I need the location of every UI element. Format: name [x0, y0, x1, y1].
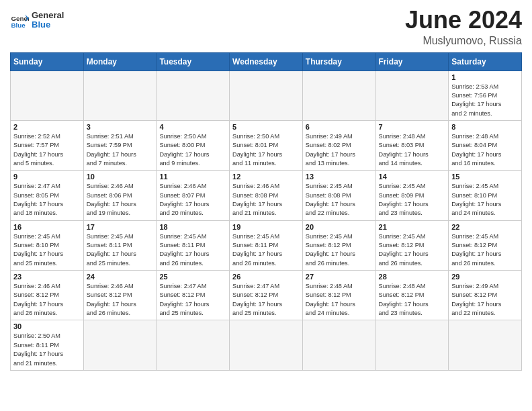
calendar-cell: 28Sunrise: 2:48 AM Sunset: 8:12 PM Dayli… [375, 271, 449, 320]
day-info: Sunrise: 2:48 AM Sunset: 8:12 PM Dayligh… [306, 282, 373, 318]
day-number: 25 [159, 273, 226, 281]
day-info: Sunrise: 2:45 AM Sunset: 8:09 PM Dayligh… [379, 182, 446, 218]
title-block: June 2024 Muslyumovo, Russia [405, 7, 522, 47]
day-info: Sunrise: 2:45 AM Sunset: 8:11 PM Dayligh… [232, 232, 300, 268]
weekday-header-friday: Friday [375, 52, 449, 71]
day-info: Sunrise: 2:50 AM Sunset: 8:11 PM Dayligh… [13, 332, 81, 367]
calendar-cell [449, 320, 522, 370]
calendar-cell: 7Sunrise: 2:48 AM Sunset: 8:03 PM Daylig… [375, 120, 449, 170]
day-number: 29 [451, 273, 519, 281]
calendar-cell [157, 320, 230, 370]
weekday-header-sunday: Sunday [11, 52, 84, 71]
calendar-cell: 29Sunrise: 2:49 AM Sunset: 8:12 PM Dayli… [449, 271, 522, 320]
day-info: Sunrise: 2:51 AM Sunset: 7:59 PM Dayligh… [87, 132, 154, 168]
calendar-cell: 1Sunrise: 2:53 AM Sunset: 7:56 PM Daylig… [449, 71, 522, 120]
day-info: Sunrise: 2:45 AM Sunset: 8:12 PM Dayligh… [379, 232, 446, 268]
calendar-cell: 30Sunrise: 2:50 AM Sunset: 8:11 PM Dayli… [11, 320, 84, 370]
day-number: 3 [87, 123, 154, 131]
day-number: 27 [306, 273, 373, 281]
day-info: Sunrise: 2:46 AM Sunset: 8:12 PM Dayligh… [87, 282, 154, 318]
calendar-cell: 20Sunrise: 2:45 AM Sunset: 8:12 PM Dayli… [302, 220, 375, 270]
calendar-cell [230, 320, 303, 370]
logo: General Blue General Blue [10, 11, 64, 30]
day-number: 7 [379, 123, 446, 131]
calendar-cell: 12Sunrise: 2:46 AM Sunset: 8:08 PM Dayli… [230, 171, 303, 220]
day-number: 20 [306, 223, 373, 231]
calendar-cell [11, 71, 84, 120]
day-number: 26 [232, 273, 300, 281]
day-info: Sunrise: 2:48 AM Sunset: 8:12 PM Dayligh… [379, 282, 446, 318]
calendar-cell: 8Sunrise: 2:48 AM Sunset: 8:04 PM Daylig… [449, 120, 522, 170]
day-info: Sunrise: 2:45 AM Sunset: 8:10 PM Dayligh… [451, 182, 519, 218]
calendar-cell [302, 71, 375, 120]
calendar-cell: 2Sunrise: 2:52 AM Sunset: 7:57 PM Daylig… [11, 120, 84, 170]
calendar-cell: 22Sunrise: 2:45 AM Sunset: 8:12 PM Dayli… [449, 220, 522, 270]
day-info: Sunrise: 2:46 AM Sunset: 8:07 PM Dayligh… [159, 182, 226, 218]
day-info: Sunrise: 2:45 AM Sunset: 8:11 PM Dayligh… [87, 232, 154, 268]
day-number: 14 [379, 173, 446, 181]
day-info: Sunrise: 2:47 AM Sunset: 8:12 PM Dayligh… [232, 282, 300, 318]
day-info: Sunrise: 2:45 AM Sunset: 8:10 PM Dayligh… [13, 232, 81, 268]
day-info: Sunrise: 2:47 AM Sunset: 8:05 PM Dayligh… [13, 182, 81, 218]
day-number: 22 [451, 223, 519, 231]
day-number: 23 [13, 273, 81, 281]
page-header: General Blue General Blue June 2024 Musl… [10, 7, 522, 47]
calendar-cell: 4Sunrise: 2:50 AM Sunset: 8:00 PM Daylig… [157, 120, 230, 170]
calendar-cell: 9Sunrise: 2:47 AM Sunset: 8:05 PM Daylig… [11, 171, 84, 220]
day-number: 5 [232, 123, 300, 131]
calendar-cell: 14Sunrise: 2:45 AM Sunset: 8:09 PM Dayli… [375, 171, 449, 220]
day-info: Sunrise: 2:50 AM Sunset: 8:00 PM Dayligh… [159, 132, 226, 168]
calendar-table: SundayMondayTuesdayWednesdayThursdayFrid… [10, 52, 522, 371]
calendar-cell [157, 71, 230, 120]
day-number: 12 [232, 173, 300, 181]
day-info: Sunrise: 2:45 AM Sunset: 8:12 PM Dayligh… [451, 232, 519, 268]
day-info: Sunrise: 2:52 AM Sunset: 7:57 PM Dayligh… [13, 132, 81, 168]
calendar-cell: 10Sunrise: 2:46 AM Sunset: 8:06 PM Dayli… [83, 171, 157, 220]
day-number: 11 [159, 173, 226, 181]
calendar-cell: 25Sunrise: 2:47 AM Sunset: 8:12 PM Dayli… [157, 271, 230, 320]
day-number: 10 [87, 173, 154, 181]
day-info: Sunrise: 2:53 AM Sunset: 7:56 PM Dayligh… [451, 83, 519, 118]
day-info: Sunrise: 2:46 AM Sunset: 8:06 PM Dayligh… [87, 182, 154, 218]
day-info: Sunrise: 2:48 AM Sunset: 8:04 PM Dayligh… [451, 132, 519, 168]
day-number: 30 [13, 322, 81, 330]
day-number: 15 [451, 173, 519, 181]
day-info: Sunrise: 2:49 AM Sunset: 8:12 PM Dayligh… [451, 282, 519, 318]
weekday-header-tuesday: Tuesday [157, 52, 230, 71]
calendar-cell [230, 71, 303, 120]
calendar-cell: 26Sunrise: 2:47 AM Sunset: 8:12 PM Dayli… [230, 271, 303, 320]
calendar-cell: 17Sunrise: 2:45 AM Sunset: 8:11 PM Dayli… [83, 220, 157, 270]
calendar-cell: 19Sunrise: 2:45 AM Sunset: 8:11 PM Dayli… [230, 220, 303, 270]
calendar-cell: 24Sunrise: 2:46 AM Sunset: 8:12 PM Dayli… [83, 271, 157, 320]
svg-text:Blue: Blue [11, 21, 26, 29]
day-info: Sunrise: 2:46 AM Sunset: 8:12 PM Dayligh… [13, 282, 81, 318]
logo-blue-text: Blue [32, 20, 64, 30]
day-number: 21 [379, 223, 446, 231]
calendar-cell: 23Sunrise: 2:46 AM Sunset: 8:12 PM Dayli… [11, 271, 84, 320]
day-info: Sunrise: 2:46 AM Sunset: 8:08 PM Dayligh… [232, 182, 300, 218]
weekday-header-wednesday: Wednesday [230, 52, 303, 71]
calendar-cell: 13Sunrise: 2:45 AM Sunset: 8:08 PM Dayli… [302, 171, 375, 220]
day-number: 24 [87, 273, 154, 281]
calendar-cell: 11Sunrise: 2:46 AM Sunset: 8:07 PM Dayli… [157, 171, 230, 220]
day-number: 6 [306, 123, 373, 131]
calendar-cell [83, 71, 157, 120]
month-year-title: June 2024 [405, 7, 522, 34]
day-number: 28 [379, 273, 446, 281]
day-info: Sunrise: 2:45 AM Sunset: 8:12 PM Dayligh… [306, 232, 373, 268]
day-number: 8 [451, 123, 519, 131]
calendar-cell: 21Sunrise: 2:45 AM Sunset: 8:12 PM Dayli… [375, 220, 449, 270]
day-number: 9 [13, 173, 81, 181]
day-number: 18 [159, 223, 226, 231]
weekday-header-thursday: Thursday [302, 52, 375, 71]
calendar-cell: 15Sunrise: 2:45 AM Sunset: 8:10 PM Dayli… [449, 171, 522, 220]
location-subtitle: Muslyumovo, Russia [405, 35, 522, 47]
day-number: 17 [87, 223, 154, 231]
day-info: Sunrise: 2:45 AM Sunset: 8:08 PM Dayligh… [306, 182, 373, 218]
calendar-cell: 27Sunrise: 2:48 AM Sunset: 8:12 PM Dayli… [302, 271, 375, 320]
day-info: Sunrise: 2:48 AM Sunset: 8:03 PM Dayligh… [379, 132, 446, 168]
calendar-cell [375, 320, 449, 370]
logo-general-text: General [32, 11, 64, 20]
day-info: Sunrise: 2:49 AM Sunset: 8:02 PM Dayligh… [306, 132, 373, 168]
day-number: 16 [13, 223, 81, 231]
